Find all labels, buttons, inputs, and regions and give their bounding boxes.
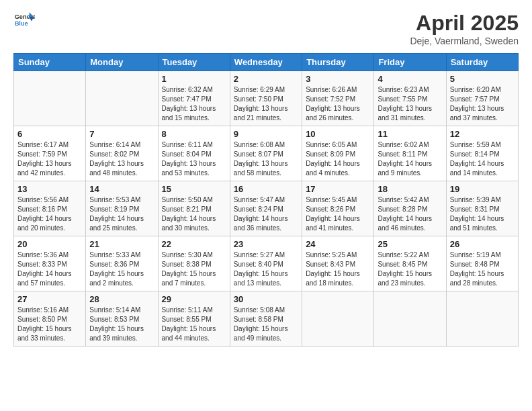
calendar-cell: 20Sunrise: 5:36 AMSunset: 8:33 PMDayligh… bbox=[14, 236, 86, 291]
day-number: 7 bbox=[89, 129, 154, 139]
calendar-week-row: 1Sunrise: 6:32 AMSunset: 7:47 PMDaylight… bbox=[14, 71, 519, 126]
weekday-header: Wednesday bbox=[230, 54, 302, 71]
day-info: Sunrise: 5:30 AMSunset: 8:38 PMDaylight:… bbox=[162, 250, 226, 288]
day-info: Sunrise: 6:32 AMSunset: 7:47 PMDaylight:… bbox=[162, 85, 226, 123]
logo: General Blue bbox=[13, 11, 35, 30]
calendar-cell: 8Sunrise: 6:11 AMSunset: 8:04 PMDaylight… bbox=[158, 126, 230, 181]
calendar-cell: 27Sunrise: 5:16 AMSunset: 8:50 PMDayligh… bbox=[14, 291, 86, 347]
calendar-cell: 17Sunrise: 5:45 AMSunset: 8:26 PMDayligh… bbox=[302, 181, 374, 236]
calendar-cell: 21Sunrise: 5:33 AMSunset: 8:36 PMDayligh… bbox=[86, 236, 158, 291]
day-info: Sunrise: 5:36 AMSunset: 8:33 PMDaylight:… bbox=[17, 250, 82, 288]
day-number: 5 bbox=[450, 74, 515, 84]
day-number: 23 bbox=[234, 239, 298, 249]
day-info: Sunrise: 5:14 AMSunset: 8:53 PMDaylight:… bbox=[89, 306, 154, 343]
day-number: 9 bbox=[234, 129, 298, 139]
calendar-cell: 9Sunrise: 6:08 AMSunset: 8:07 PMDaylight… bbox=[230, 126, 302, 181]
weekday-header: Friday bbox=[374, 54, 446, 71]
day-number: 28 bbox=[89, 294, 154, 304]
weekday-header: Thursday bbox=[302, 54, 374, 71]
day-info: Sunrise: 6:08 AMSunset: 8:07 PMDaylight:… bbox=[234, 140, 298, 178]
day-info: Sunrise: 5:08 AMSunset: 8:58 PMDaylight:… bbox=[234, 306, 298, 343]
calendar-cell bbox=[446, 291, 518, 347]
title-block: April 2025 Deje, Vaermland, Sweden bbox=[410, 11, 519, 46]
day-number: 15 bbox=[162, 184, 226, 194]
day-number: 26 bbox=[450, 239, 515, 249]
day-info: Sunrise: 5:42 AMSunset: 8:28 PMDaylight:… bbox=[378, 195, 442, 233]
day-info: Sunrise: 5:56 AMSunset: 8:16 PMDaylight:… bbox=[17, 195, 82, 233]
calendar-cell: 3Sunrise: 6:26 AMSunset: 7:52 PMDaylight… bbox=[302, 71, 374, 126]
calendar-cell: 29Sunrise: 5:11 AMSunset: 8:55 PMDayligh… bbox=[158, 291, 230, 347]
calendar-week-row: 27Sunrise: 5:16 AMSunset: 8:50 PMDayligh… bbox=[14, 291, 519, 347]
day-number: 20 bbox=[17, 239, 82, 249]
calendar-cell: 23Sunrise: 5:27 AMSunset: 8:40 PMDayligh… bbox=[230, 236, 302, 291]
calendar-week-row: 20Sunrise: 5:36 AMSunset: 8:33 PMDayligh… bbox=[14, 236, 519, 291]
calendar-cell: 28Sunrise: 5:14 AMSunset: 8:53 PMDayligh… bbox=[86, 291, 158, 347]
calendar-cell: 13Sunrise: 5:56 AMSunset: 8:16 PMDayligh… bbox=[14, 181, 86, 236]
day-number: 27 bbox=[17, 294, 82, 304]
calendar-body: 1Sunrise: 6:32 AMSunset: 7:47 PMDaylight… bbox=[14, 71, 519, 347]
weekday-row: SundayMondayTuesdayWednesdayThursdayFrid… bbox=[14, 54, 519, 71]
day-number: 1 bbox=[162, 74, 226, 84]
day-number: 13 bbox=[17, 184, 82, 194]
day-number: 16 bbox=[234, 184, 298, 194]
day-info: Sunrise: 5:22 AMSunset: 8:45 PMDaylight:… bbox=[378, 250, 442, 288]
month-title: April 2025 bbox=[410, 11, 519, 36]
calendar-cell bbox=[86, 71, 158, 126]
calendar-cell: 30Sunrise: 5:08 AMSunset: 8:58 PMDayligh… bbox=[230, 291, 302, 347]
calendar-cell: 12Sunrise: 5:59 AMSunset: 8:14 PMDayligh… bbox=[446, 126, 518, 181]
day-number: 25 bbox=[378, 239, 442, 249]
day-number: 11 bbox=[378, 129, 442, 139]
day-info: Sunrise: 6:23 AMSunset: 7:55 PMDaylight:… bbox=[378, 85, 442, 123]
calendar-cell: 15Sunrise: 5:50 AMSunset: 8:21 PMDayligh… bbox=[158, 181, 230, 236]
day-info: Sunrise: 5:50 AMSunset: 8:21 PMDaylight:… bbox=[162, 195, 226, 233]
weekday-header: Saturday bbox=[446, 54, 518, 71]
header: General Blue April 2025 Deje, Vaermland,… bbox=[13, 11, 519, 46]
day-number: 19 bbox=[450, 184, 515, 194]
day-info: Sunrise: 5:25 AMSunset: 8:43 PMDaylight:… bbox=[306, 250, 370, 288]
calendar-cell: 25Sunrise: 5:22 AMSunset: 8:45 PMDayligh… bbox=[374, 236, 446, 291]
day-number: 18 bbox=[378, 184, 442, 194]
day-info: Sunrise: 6:20 AMSunset: 7:57 PMDaylight:… bbox=[450, 85, 515, 123]
day-number: 3 bbox=[306, 74, 370, 84]
page: General Blue April 2025 Deje, Vaermland,… bbox=[0, 0, 532, 411]
calendar-header: SundayMondayTuesdayWednesdayThursdayFrid… bbox=[14, 54, 519, 71]
weekday-header: Sunday bbox=[14, 54, 86, 71]
day-info: Sunrise: 5:33 AMSunset: 8:36 PMDaylight:… bbox=[89, 250, 154, 288]
day-number: 8 bbox=[162, 129, 226, 139]
calendar-cell bbox=[14, 71, 86, 126]
day-number: 29 bbox=[162, 294, 226, 304]
day-info: Sunrise: 6:17 AMSunset: 7:59 PMDaylight:… bbox=[17, 140, 82, 178]
calendar-cell bbox=[374, 291, 446, 347]
calendar-cell: 18Sunrise: 5:42 AMSunset: 8:28 PMDayligh… bbox=[374, 181, 446, 236]
calendar-cell: 2Sunrise: 6:29 AMSunset: 7:50 PMDaylight… bbox=[230, 71, 302, 126]
day-number: 30 bbox=[234, 294, 298, 304]
day-number: 10 bbox=[306, 129, 370, 139]
calendar-cell: 11Sunrise: 6:02 AMSunset: 8:11 PMDayligh… bbox=[374, 126, 446, 181]
day-info: Sunrise: 5:16 AMSunset: 8:50 PMDaylight:… bbox=[17, 306, 82, 343]
weekday-header: Monday bbox=[86, 54, 158, 71]
calendar-cell: 24Sunrise: 5:25 AMSunset: 8:43 PMDayligh… bbox=[302, 236, 374, 291]
calendar-cell: 16Sunrise: 5:47 AMSunset: 8:24 PMDayligh… bbox=[230, 181, 302, 236]
location: Deje, Vaermland, Sweden bbox=[410, 36, 519, 46]
weekday-header: Tuesday bbox=[158, 54, 230, 71]
day-info: Sunrise: 5:47 AMSunset: 8:24 PMDaylight:… bbox=[234, 195, 298, 233]
day-number: 21 bbox=[89, 239, 154, 249]
day-info: Sunrise: 5:53 AMSunset: 8:19 PMDaylight:… bbox=[89, 195, 154, 233]
day-number: 24 bbox=[306, 239, 370, 249]
day-info: Sunrise: 6:05 AMSunset: 8:09 PMDaylight:… bbox=[306, 140, 370, 178]
calendar-cell: 19Sunrise: 5:39 AMSunset: 8:31 PMDayligh… bbox=[446, 181, 518, 236]
day-info: Sunrise: 5:59 AMSunset: 8:14 PMDaylight:… bbox=[450, 140, 515, 178]
day-number: 4 bbox=[378, 74, 442, 84]
day-info: Sunrise: 5:27 AMSunset: 8:40 PMDaylight:… bbox=[234, 250, 298, 288]
day-number: 12 bbox=[450, 129, 515, 139]
calendar-cell: 5Sunrise: 6:20 AMSunset: 7:57 PMDaylight… bbox=[446, 71, 518, 126]
calendar-table: SundayMondayTuesdayWednesdayThursdayFrid… bbox=[13, 53, 519, 347]
svg-text:Blue: Blue bbox=[15, 20, 28, 27]
calendar-cell: 6Sunrise: 6:17 AMSunset: 7:59 PMDaylight… bbox=[14, 126, 86, 181]
calendar-cell: 14Sunrise: 5:53 AMSunset: 8:19 PMDayligh… bbox=[86, 181, 158, 236]
day-number: 14 bbox=[89, 184, 154, 194]
day-info: Sunrise: 6:14 AMSunset: 8:02 PMDaylight:… bbox=[89, 140, 154, 178]
calendar-week-row: 13Sunrise: 5:56 AMSunset: 8:16 PMDayligh… bbox=[14, 181, 519, 236]
day-info: Sunrise: 6:29 AMSunset: 7:50 PMDaylight:… bbox=[234, 85, 298, 123]
calendar-cell: 10Sunrise: 6:05 AMSunset: 8:09 PMDayligh… bbox=[302, 126, 374, 181]
